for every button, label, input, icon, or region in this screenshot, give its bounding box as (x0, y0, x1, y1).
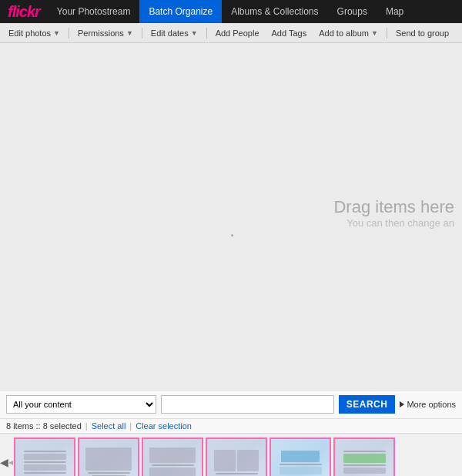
sub-send-to-group[interactable]: Send to group (390, 26, 454, 40)
nav-photostream[interactable]: Your Photostream (48, 0, 140, 23)
sub-nav-divider-4 (387, 28, 387, 39)
filmstrip-thumb-4[interactable] (206, 437, 267, 477)
sep-1: | (85, 421, 88, 431)
nav-map[interactable]: Map (377, 0, 413, 23)
sub-permissions[interactable]: Permissions ▼ (72, 26, 139, 40)
drop-subtitle: You can then change an (333, 217, 454, 229)
sub-add-to-album[interactable]: Add to album ▼ (313, 26, 383, 40)
nav-groups[interactable]: Groups (328, 0, 377, 23)
select-all-link[interactable]: Select all (92, 421, 126, 431)
arrow-left-icon: ◀ (0, 456, 8, 468)
filmstrip-thumb-1[interactable] (14, 437, 75, 477)
items-bar: 8 items :: 8 selected | Select all | Cle… (0, 418, 462, 433)
more-options-icon (400, 401, 404, 407)
edit-photos-dropdown-icon: ▼ (53, 29, 60, 37)
sub-add-tags[interactable]: Add Tags (266, 26, 313, 40)
top-nav: flickr Your Photostream Batch Organize A… (0, 0, 462, 23)
nav-batch-organize[interactable]: Batch Organize (139, 0, 222, 23)
content-select[interactable]: All your content (6, 395, 156, 414)
filmstrip-thumb-6[interactable] (333, 437, 395, 477)
flickr-logo[interactable]: flickr (0, 0, 48, 23)
items-count: 8 items :: 8 selected (6, 421, 82, 431)
filmstrip: ◀ ◀ (0, 433, 462, 476)
filmstrip-scroll (12, 436, 462, 477)
sub-edit-dates[interactable]: Edit dates ▼ (146, 26, 203, 40)
filmstrip-thumb-2[interactable] (78, 437, 139, 477)
permissions-dropdown-icon: ▼ (126, 29, 133, 37)
sub-nav: Edit photos ▼ Permissions ▼ Edit dates ▼… (0, 23, 462, 43)
filmstrip-thumb-5[interactable] (270, 437, 331, 477)
filmstrip-thumb-3[interactable] (142, 437, 203, 477)
filmstrip-arrow-left[interactable]: ◀ ◀ (0, 436, 12, 476)
drop-title: Drag items here (333, 197, 454, 217)
clear-selection-link[interactable]: Clear selection (136, 421, 192, 431)
sub-nav-divider-1 (69, 28, 69, 39)
add-album-dropdown-icon: ▼ (371, 29, 378, 37)
drop-area: Drag items here You can then change an (0, 43, 462, 390)
dot-decoration (231, 234, 233, 236)
sub-edit-photos[interactable]: Edit photos ▼ (3, 26, 65, 40)
search-button[interactable]: SEARCH (339, 395, 396, 414)
edit-dates-dropdown-icon: ▼ (191, 29, 198, 37)
drop-hint: Drag items here You can then change an (333, 197, 454, 229)
nav-albums[interactable]: Albums & Collections (222, 0, 327, 23)
bottom-search-bar: All your content SEARCH More options (0, 390, 462, 418)
sub-add-people[interactable]: Add People (210, 26, 265, 40)
sub-nav-divider-2 (142, 28, 142, 39)
sub-nav-divider-3 (206, 28, 207, 39)
sep-2: | (129, 421, 132, 431)
search-input[interactable] (161, 395, 334, 414)
more-options-button[interactable]: More options (400, 400, 456, 409)
